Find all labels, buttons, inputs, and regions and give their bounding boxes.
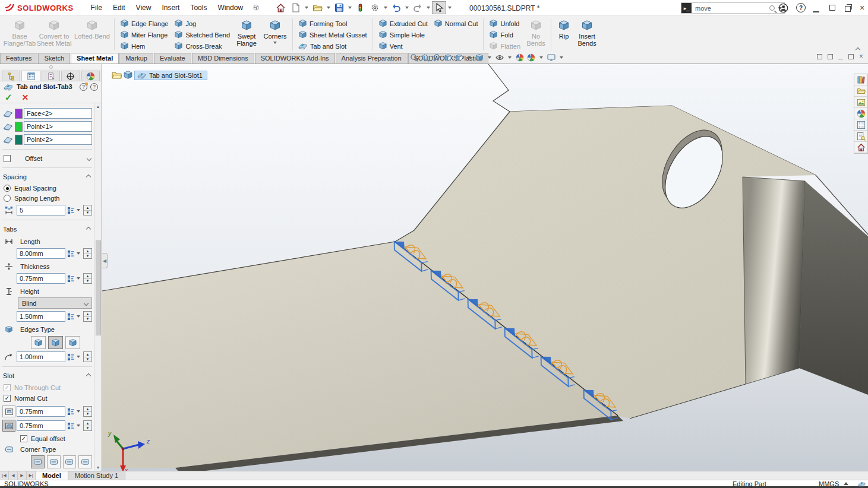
instance-unit-button[interactable]	[67, 207, 82, 214]
hide-show-dropdown[interactable]	[508, 56, 512, 59]
ribbon-collapse-chevron[interactable]	[856, 46, 862, 50]
swept-flange-button[interactable]: Swept Flange	[233, 17, 260, 52]
tab-property-manager[interactable]	[21, 71, 40, 81]
height-type-dropdown[interactable]: Blind	[18, 297, 92, 309]
panel-collapse-handle[interactable]: ◀	[102, 253, 108, 268]
redo-button[interactable]	[411, 1, 425, 14]
resources-home-icon[interactable]	[854, 142, 867, 153]
menu-edit[interactable]: Edit	[108, 2, 131, 14]
slot-offset2-unit-button[interactable]	[67, 422, 82, 430]
edge-flange-button[interactable]: Edge Flange	[117, 18, 171, 29]
home-button[interactable]	[273, 1, 288, 15]
blade-bend-face[interactable]	[743, 177, 805, 384]
spacing-length-radio[interactable]	[4, 195, 11, 202]
equal-offset-checkbox[interactable]: ✓	[20, 435, 27, 442]
pm-help-icon[interactable]: ?	[90, 83, 98, 91]
doc-close-icon[interactable]: ×	[859, 54, 863, 59]
pin-menu-icon[interactable]: ✇	[251, 2, 261, 12]
maximize-button[interactable]	[829, 5, 835, 11]
no-bends-button[interactable]: No Bends	[523, 17, 548, 52]
section-view-icon[interactable]	[444, 53, 452, 62]
display-style-dropdown[interactable]	[488, 56, 491, 59]
corner-type-4-button[interactable]	[78, 455, 92, 468]
search-input[interactable]: move	[695, 5, 769, 12]
design-library-icon[interactable]	[854, 74, 867, 85]
fillet-unit-button[interactable]	[67, 353, 82, 361]
slot-offset1-icon[interactable]	[2, 405, 15, 417]
simple-hole-button[interactable]: Simple Hole	[375, 29, 431, 40]
tab-sketch[interactable]: Sketch	[38, 53, 70, 64]
corner-type-2-button[interactable]	[47, 455, 61, 468]
tab-configuration-manager[interactable]	[42, 71, 60, 81]
fillet-spinner[interactable]: ▲▼	[83, 351, 92, 362]
scroll-next-tab-button[interactable]: ▶	[18, 471, 27, 480]
point2-selection-input[interactable]: Point<2>	[24, 134, 92, 145]
undo-dropdown[interactable]	[405, 7, 409, 9]
miter-flange-button[interactable]: Miter Flange	[117, 29, 171, 40]
scroll-thumb[interactable]	[96, 240, 101, 335]
tab-mbd-dimensions[interactable]: MBD Dimensions	[192, 53, 254, 64]
units-dropdown-arrow[interactable]	[844, 482, 848, 485]
zoom-to-area-icon[interactable]	[421, 53, 430, 62]
forum-icon[interactable]	[854, 131, 867, 142]
slot-offset1-spinner[interactable]: ▲▼	[83, 406, 92, 417]
jog-button[interactable]: Jog	[171, 18, 233, 29]
panel-splitter-grip[interactable]	[0, 64, 102, 69]
graphics-viewport[interactable]: x y z Tab and Slot-Slot1	[102, 64, 868, 471]
tabs-collapse-chevron[interactable]	[86, 227, 91, 232]
tab-sheet-metal[interactable]: Sheet Metal	[71, 53, 119, 64]
tab-dimxpert-manager[interactable]	[61, 71, 80, 81]
extruded-cut-button[interactable]: Extruded Cut	[375, 18, 431, 29]
tab-evaluate[interactable]: Evaluate	[154, 53, 191, 64]
file-explorer-icon[interactable]	[854, 85, 867, 97]
restore-button[interactable]	[845, 6, 851, 12]
corner-type-1-button[interactable]	[31, 455, 45, 468]
sheet-metal-gusset-button[interactable]: Sheet Metal Gusset	[295, 29, 370, 40]
convert-to-sheet-metal-button[interactable]: Convert to Sheet Metal	[36, 17, 72, 52]
select-dropdown[interactable]	[448, 7, 452, 9]
pm-scrollbar[interactable]: ▲ ▼	[94, 103, 102, 471]
height-input[interactable]: 1.50mm	[17, 311, 65, 322]
height-spinner[interactable]: ▲▼	[83, 311, 92, 322]
doc-restore-icon[interactable]	[848, 54, 854, 59]
insert-bends-button[interactable]: Insert Bends	[574, 17, 600, 52]
cross-break-button[interactable]: Cross-Break	[171, 40, 233, 52]
corner-type-3-button[interactable]	[63, 455, 77, 468]
slot-offset1-unit-button[interactable]	[67, 408, 82, 416]
view-settings-dropdown[interactable]	[560, 56, 563, 59]
slot-group-header[interactable]: Slot	[2, 371, 92, 381]
spacing-collapse-chevron[interactable]	[86, 175, 91, 179]
edit-appearance-icon[interactable]	[516, 53, 524, 62]
instance-count-input[interactable]: 5	[17, 205, 65, 216]
thickness-spinner[interactable]: ▲▼	[83, 273, 92, 284]
apply-scene-dropdown[interactable]	[539, 56, 543, 59]
minimize-button[interactable]	[813, 6, 819, 12]
scroll-last-tab-button[interactable]: ▶|	[27, 471, 36, 480]
open-dropdown[interactable]	[327, 7, 330, 9]
spacing-group-header[interactable]: Spacing	[2, 172, 92, 182]
custom-properties-icon[interactable]	[854, 119, 867, 131]
new-dropdown[interactable]	[305, 7, 308, 9]
edge-type-sharp-button[interactable]	[31, 336, 46, 349]
slot-collapse-chevron[interactable]	[86, 373, 91, 378]
thickness-input[interactable]: 0.75mm	[17, 273, 65, 284]
scroll-up-arrow[interactable]: ▲	[96, 103, 100, 110]
select-tool-button[interactable]	[432, 1, 446, 14]
normal-cut-checkbox[interactable]: ✓	[4, 395, 11, 402]
search-box[interactable]: ▸_ move	[681, 2, 785, 14]
length-unit-button[interactable]	[67, 250, 82, 258]
slot-offset2-input[interactable]: 0.75mm	[17, 420, 65, 431]
fold-button[interactable]: Fold	[486, 29, 523, 40]
hide-show-items-icon[interactable]	[495, 53, 504, 62]
base-flange-button[interactable]: Base Flange/Tab	[4, 17, 36, 52]
scroll-prev-tab-button[interactable]: ◀	[9, 471, 18, 480]
edge-type-round-button[interactable]	[48, 336, 63, 349]
save-dropdown[interactable]	[348, 7, 352, 9]
dock-left-icon[interactable]	[817, 54, 822, 59]
vent-button[interactable]: Vent	[375, 40, 431, 52]
tab-and-slot-button[interactable]: Tab and Slot	[295, 40, 370, 52]
corners-button[interactable]: Corners	[260, 17, 290, 52]
redo-dropdown[interactable]	[427, 7, 430, 9]
account-icon[interactable]	[778, 3, 788, 13]
save-button[interactable]	[332, 1, 346, 14]
